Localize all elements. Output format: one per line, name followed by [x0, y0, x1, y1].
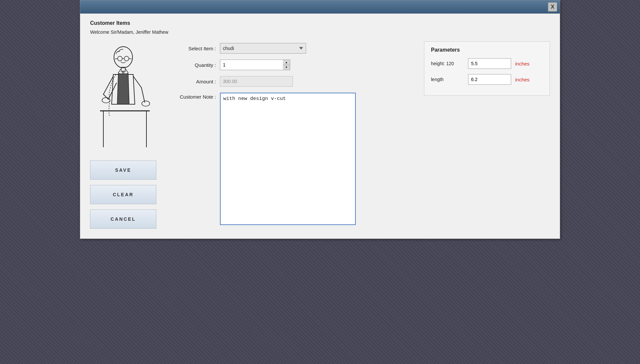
page-title: Customer Items — [90, 20, 550, 26]
svg-point-1 — [118, 56, 122, 61]
customer-note-row: Customer Note : with new design v-cut — [173, 93, 414, 225]
height-label: height: 120 — [431, 61, 464, 66]
height-unit: inches — [515, 61, 529, 67]
quantity-spinner: ▲ ▼ — [283, 60, 290, 70]
quantity-wrapper: ▲ ▼ — [220, 60, 290, 70]
cancel-button[interactable]: CANCEL — [90, 209, 156, 229]
main-content: SAVE CLEAR CANCEL Select Item : chudi sa… — [90, 41, 550, 229]
amount-label: Amount : — [173, 79, 216, 84]
tailor-image — [90, 41, 156, 154]
form-panel: Select Item : chudi saree blouse kurti Q… — [173, 41, 414, 229]
quantity-label: Quantity : — [173, 62, 216, 68]
button-group: SAVE CLEAR CANCEL — [90, 160, 156, 229]
length-input[interactable] — [468, 74, 511, 85]
welcome-text: Welcome Sir/Madam, Jeniffer Mathew — [90, 29, 550, 35]
title-bar: X — [80, 0, 560, 14]
dialog-body: Customer Items Welcome Sir/Madam, Jeniff… — [80, 14, 560, 239]
svg-point-7 — [102, 98, 110, 103]
height-input[interactable] — [468, 58, 511, 69]
svg-point-8 — [142, 101, 150, 106]
length-param-row: length inches — [431, 74, 543, 85]
quantity-down-button[interactable]: ▼ — [283, 65, 290, 70]
select-item-label: Select Item : — [173, 46, 216, 51]
length-label: length — [431, 77, 464, 82]
parameters-panel: Parameters height: 120 inches length inc… — [424, 41, 550, 96]
amount-input — [220, 76, 293, 87]
quantity-row: Quantity : ▲ ▼ — [173, 60, 414, 70]
svg-line-3 — [115, 59, 118, 59]
close-button[interactable]: X — [548, 2, 557, 12]
clear-button[interactable]: CLEAR — [90, 185, 156, 204]
left-panel: SAVE CLEAR CANCEL — [90, 41, 163, 229]
parameters-title: Parameters — [431, 47, 543, 53]
select-item-dropdown[interactable]: chudi saree blouse kurti — [220, 43, 306, 54]
height-param-row: height: 120 inches — [431, 58, 543, 69]
amount-row: Amount : — [173, 76, 414, 87]
customer-note-label: Customer Note : — [173, 94, 216, 100]
svg-point-2 — [124, 56, 129, 61]
save-button[interactable]: SAVE — [90, 160, 156, 180]
length-unit: inches — [515, 77, 529, 82]
svg-line-4 — [129, 59, 132, 59]
svg-point-0 — [114, 47, 133, 68]
select-item-row: Select Item : chudi saree blouse kurti — [173, 43, 414, 54]
tailor-svg — [93, 45, 153, 151]
quantity-up-button[interactable]: ▲ — [283, 60, 290, 65]
customer-note-textarea[interactable]: with new design v-cut — [220, 93, 356, 225]
main-dialog: X Customer Items Welcome Sir/Madam, Jeni… — [80, 0, 560, 239]
quantity-input[interactable] — [220, 60, 283, 70]
